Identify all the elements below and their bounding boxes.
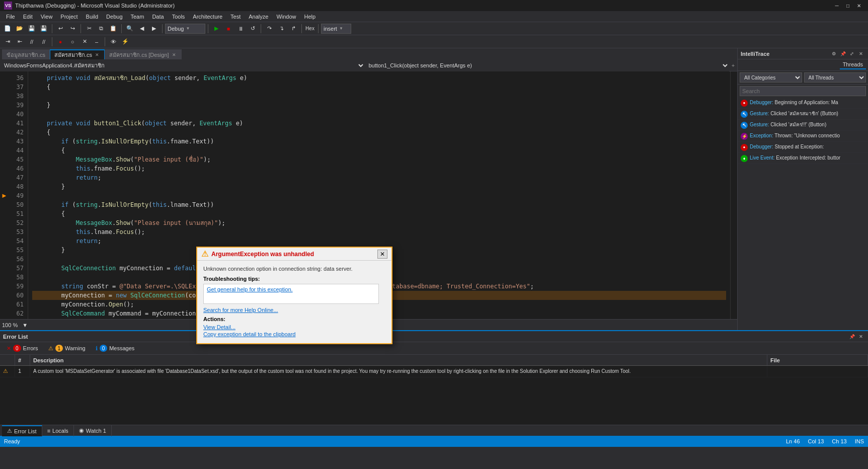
search-online-link[interactable]: Search for more Help Online... [203, 307, 385, 313]
close-button[interactable]: ✕ [854, 2, 864, 10]
bp-new-btn[interactable]: ○ [67, 36, 78, 47]
threads-filter[interactable]: All Threads [804, 72, 866, 83]
bp-btn[interactable]: ● [55, 36, 66, 47]
copy-btn[interactable]: ⧉ [96, 23, 107, 34]
redo-btn[interactable]: ↪ [67, 23, 78, 34]
error-list-pin-icon[interactable]: 📌 [848, 333, 856, 341]
tools-icon[interactable]: ⚙ [830, 50, 838, 58]
insert-dropdown[interactable]: insert ▼ [321, 24, 351, 34]
float-icon[interactable]: ⤢ [848, 50, 856, 58]
tab-xinformatics[interactable]: ข้อมูลสมาชิก.cs [2, 49, 50, 59]
menu-item-test[interactable]: Test [226, 11, 245, 22]
exception-warning-icon: ⚠ [201, 249, 208, 259]
uncomment-btn[interactable]: // [38, 36, 49, 47]
exception-subtitle: Unknown connection option in connection … [203, 266, 385, 272]
step-into-btn[interactable]: ↴ [276, 23, 287, 34]
copy-exception-link[interactable]: Copy exception detail to the clipboard [203, 331, 385, 337]
step-out-btn[interactable]: ↱ [288, 23, 299, 34]
pin-icon[interactable]: 📌 [839, 50, 847, 58]
row-file [767, 366, 868, 377]
it-item-live-event[interactable]: ♦ Live Event: Exception Intercepted: but… [738, 153, 868, 164]
nav-back-btn[interactable]: ◀ [136, 23, 147, 34]
save-btn[interactable]: 💾 [26, 23, 37, 34]
cut-btn[interactable]: ✂ [84, 23, 95, 34]
categories-filter[interactable]: All Categories [740, 72, 802, 83]
exception-close-button[interactable]: ✕ [377, 250, 387, 259]
bot-tab-watch1[interactable]: ◉ Watch 1 [74, 425, 112, 436]
restore-button[interactable]: □ [843, 2, 853, 10]
menu-item-team[interactable]: Team [127, 11, 148, 22]
bot-tab-errorlist[interactable]: ⚠ Error List [2, 425, 42, 436]
error-list-close-icon[interactable]: ✕ [857, 333, 865, 341]
expand-btn[interactable]: + [729, 60, 737, 71]
menu-item-help[interactable]: Help [300, 11, 320, 22]
tab-close-design-icon[interactable]: ✕ [171, 52, 177, 58]
bot-tab-locals[interactable]: ≡ Locals [42, 425, 74, 436]
it-item-gesture-1[interactable]: ↖ Gesture: Clicked 'สมัครสมาชิก' (Button… [738, 109, 868, 120]
restart-btn[interactable]: ↺ [247, 23, 258, 34]
menu-item-edit[interactable]: Edit [19, 11, 37, 22]
menu-item-project[interactable]: Project [56, 11, 82, 22]
del-all-bp-btn[interactable]: ✕ [79, 36, 90, 47]
sep6 [261, 24, 261, 33]
app-icon: VS [4, 2, 12, 10]
menu-item-tools[interactable]: Tools [168, 11, 189, 22]
threads-tab[interactable]: Threads [840, 60, 866, 69]
intellitrace-search[interactable] [740, 86, 866, 96]
stop-btn[interactable]: ■ [223, 23, 234, 34]
class-selector[interactable]: WindowsFormsApplication4.สมัครสมาชิก [0, 59, 365, 71]
tab-register-design[interactable]: สมัครสมาชิก.cs [Design] ✕ [105, 49, 181, 59]
it-item-exception[interactable]: ⚡ Exception: Thrown: "Unknown connectio [738, 131, 868, 142]
save-all-btn[interactable]: 💾 [38, 23, 49, 34]
table-row[interactable]: ⚠ 1 A custom tool 'MSDataSetGenerator' i… [0, 366, 868, 377]
tab-register-active[interactable]: สมัครสมาชิก.cs ✕ [50, 49, 105, 59]
outdent-btn[interactable]: ⇤ [14, 36, 25, 47]
menu-item-file[interactable]: File [2, 11, 19, 22]
find-btn[interactable]: 🔍 [124, 23, 135, 34]
bottom-tabs: ⚠ Error List ≡ Locals ◉ Watch 1 [0, 425, 868, 436]
nav-fwd-btn[interactable]: ▶ [148, 23, 160, 34]
new-project-btn[interactable]: 📄 [2, 23, 13, 34]
menu-item-window[interactable]: Window [272, 11, 300, 22]
exception-icon: ⚡ [741, 133, 748, 140]
menu-item-data[interactable]: Data [148, 11, 168, 22]
minimize-button[interactable]: ─ [832, 2, 842, 10]
locals-tab-label: Locals [52, 428, 68, 434]
code-nav: WindowsFormsApplication4.สมัครสมาชิก but… [0, 59, 737, 71]
menu-item-build[interactable]: Build [82, 11, 102, 22]
pause-btn[interactable]: ⏸ [235, 23, 246, 34]
help-box-scrollbar[interactable] [378, 284, 385, 304]
close-panel-icon[interactable]: ✕ [857, 50, 865, 58]
open-btn[interactable]: 📂 [14, 23, 25, 34]
menu-item-view[interactable]: View [37, 11, 57, 22]
paste-btn[interactable]: 📋 [108, 23, 119, 34]
view-detail-link[interactable]: View Detail... [203, 324, 385, 330]
vertical-scrollbar[interactable] [730, 71, 737, 319]
help-link[interactable]: Get general help for this exception. [207, 286, 293, 292]
config-dropdown[interactable]: Debug ▼ [165, 24, 205, 34]
hex-btn[interactable]: Hex [304, 23, 315, 34]
warnings-tab[interactable]: ⚠ 1 Warning [44, 343, 90, 353]
tab-close-icon[interactable]: ✕ [94, 52, 100, 58]
it-item-gesture-2[interactable]: ↖ Gesture: Clicked 'สมัคร!!!' (Button) [738, 120, 868, 131]
step-over-btn[interactable]: ↷ [264, 23, 275, 34]
exception-btn[interactable]: ⚡ [120, 36, 131, 47]
it-item-debugger-start[interactable]: ● Debugger: Beginning of Application: Ma [738, 98, 868, 109]
method-selector[interactable]: button1_Click(object sender, EventArgs e… [365, 59, 730, 71]
menu-item-analyze[interactable]: Analyze [245, 11, 272, 22]
menu-item-architecture[interactable]: Architecture [189, 11, 226, 22]
error-tabs: ✕ 0 Errors ⚠ 1 Warning ℹ 0 Messages [0, 342, 868, 355]
messages-tab[interactable]: ℹ 0 Messages [91, 343, 139, 353]
start-debug-btn[interactable]: ▶ [211, 23, 222, 34]
errors-tab[interactable]: ✕ 0 Errors [2, 343, 43, 353]
zoom-btn[interactable]: ▼ [20, 321, 30, 330]
indent-btn[interactable]: ⇥ [2, 36, 13, 47]
it-item-debugger-stopped[interactable]: ● Debugger: Stopped at Exception: [738, 142, 868, 153]
undo-btn[interactable]: ↩ [55, 23, 66, 34]
comment-btn[interactable]: // [26, 36, 37, 47]
watch-btn[interactable]: 👁 [108, 36, 119, 47]
menu-item-debug[interactable]: Debug [102, 11, 126, 22]
sep7 [301, 24, 302, 33]
status-col: Col 13 [808, 438, 824, 444]
dis-all-bp-btn[interactable]: – [91, 36, 102, 47]
